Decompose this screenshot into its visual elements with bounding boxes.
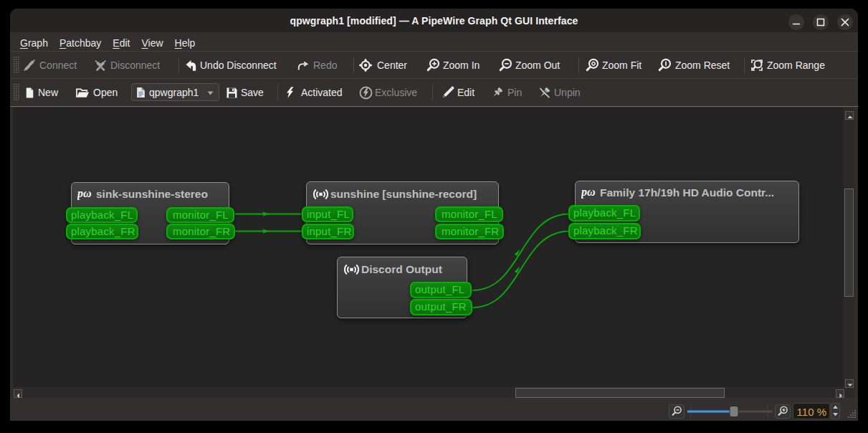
svg-text:pω: pω [77,188,92,200]
svg-text:pω: pω [581,186,596,199]
